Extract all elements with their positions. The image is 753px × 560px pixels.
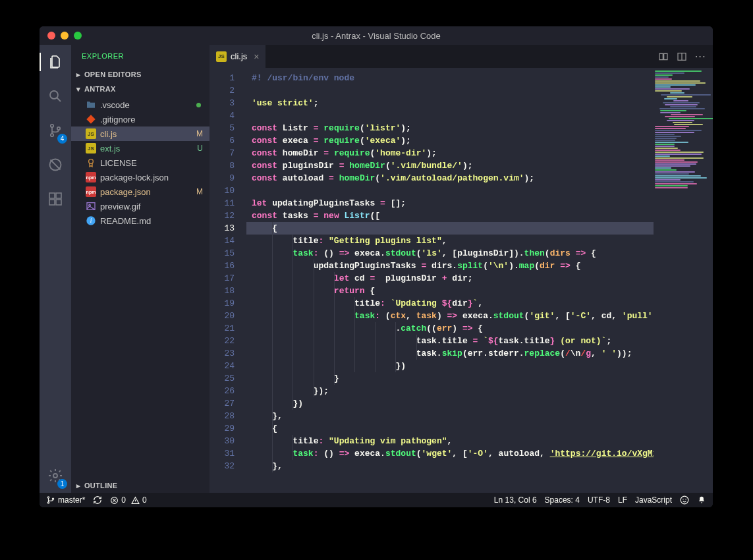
svg-rect-8 — [56, 193, 61, 198]
bug-icon — [47, 157, 63, 173]
status-eol[interactable]: LF — [618, 495, 627, 505]
svg-point-19 — [47, 502, 49, 503]
scm-tab[interactable]: 4 — [40, 119, 71, 142]
minimize-window-button[interactable] — [61, 32, 69, 40]
code-content[interactable]: #! /usr/bin/env node 'use strict'; const… — [246, 68, 654, 493]
close-window-button[interactable] — [47, 32, 55, 40]
status-bar: master* 0 0 Ln 13, Col 6 Spaces: 4 UTF-8… — [40, 493, 713, 507]
tab-label: cli.js — [231, 51, 247, 61]
bell-icon — [697, 495, 706, 505]
npm-icon: npm — [86, 186, 96, 197]
chevron-down-icon: ▾ — [75, 85, 82, 94]
settings-badge: 1 — [57, 479, 67, 489]
split-editor-icon[interactable] — [677, 51, 687, 62]
file-row[interactable]: npmpackage-lock.json — [71, 170, 209, 184]
folder-icon — [86, 99, 96, 110]
minimap[interactable] — [654, 68, 713, 493]
vscode-window: cli.js - Antrax - Visual Studio Code 4 — [40, 26, 713, 507]
svg-rect-15 — [659, 53, 663, 59]
open-editors-label: OPEN EDITORS — [84, 70, 142, 78]
svg-point-24 — [685, 499, 686, 500]
project-section[interactable]: ▾ ANTRAX — [71, 82, 209, 96]
file-name: .vscode — [100, 100, 130, 110]
tab-cli-js[interactable]: JS cli.js × — [209, 45, 266, 68]
outline-section[interactable]: ▸ OUTLINE — [71, 478, 209, 493]
file-name: LICENSE — [100, 158, 137, 168]
extensions-tab[interactable] — [40, 187, 71, 211]
file-row[interactable]: .gitignore — [71, 112, 209, 126]
search-tab[interactable] — [40, 84, 71, 108]
npm-icon: npm — [86, 172, 96, 182]
editor-area: JS cli.js × ··· 123456789101112131415161… — [209, 45, 713, 493]
tab-bar: JS cli.js × ··· — [209, 45, 713, 68]
line-gutter: 1234567891011121314151617181920212223242… — [209, 68, 246, 493]
sidebar-title: EXPLORER — [71, 45, 209, 67]
file-row[interactable]: iREADME.md — [71, 213, 209, 228]
git-status: M — [196, 187, 203, 196]
branch-icon — [46, 495, 55, 505]
svg-rect-7 — [56, 200, 61, 205]
status-spaces[interactable]: Spaces: 4 — [545, 495, 580, 505]
window-title: cli.js - Antrax - Visual Studio Code — [40, 31, 713, 41]
file-row[interactable]: JScli.jsM — [71, 126, 209, 141]
project-label: ANTRAX — [84, 85, 116, 93]
more-actions-icon[interactable]: ··· — [695, 51, 706, 61]
svg-point-23 — [683, 499, 684, 500]
activity-bar: 4 1 — [40, 45, 71, 493]
titlebar: cli.js - Antrax - Visual Studio Code — [40, 26, 713, 45]
maximize-window-button[interactable] — [74, 32, 82, 40]
sidebar: EXPLORER ▸ OPEN EDITORS ▾ ANTRAX .vscode… — [71, 45, 209, 493]
js-icon: JS — [86, 143, 96, 154]
file-name: ext.js — [100, 144, 120, 154]
js-icon: JS — [216, 51, 227, 62]
outline-label: OUTLINE — [84, 482, 117, 490]
sync-icon — [93, 495, 102, 505]
debug-tab[interactable] — [40, 153, 71, 177]
cert-icon — [86, 157, 96, 168]
file-row[interactable]: npmpackage.jsonM — [71, 184, 209, 199]
file-name: cli.js — [100, 129, 117, 139]
file-row[interactable]: LICENSE — [71, 155, 209, 170]
status-branch[interactable]: master* — [46, 495, 85, 505]
editor-actions: ··· — [652, 45, 713, 68]
svg-rect-16 — [664, 53, 667, 59]
image-icon — [86, 201, 96, 211]
status-language[interactable]: JavaScript — [635, 495, 672, 505]
git-dot — [196, 103, 201, 107]
window-controls — [47, 32, 82, 40]
git-status: U — [197, 144, 203, 153]
file-row[interactable]: JSext.jsU — [71, 141, 209, 155]
file-row[interactable]: .vscode — [71, 98, 209, 112]
body: 4 1 EXPLORER ▸ OPEN EDITORS ▾ ANTRAX — [40, 45, 713, 493]
status-bell[interactable] — [697, 495, 706, 505]
git-status: M — [196, 129, 203, 138]
error-icon — [110, 496, 119, 505]
svg-point-2 — [51, 134, 53, 136]
svg-point-1 — [51, 125, 53, 127]
file-row[interactable]: preview.gif — [71, 199, 209, 213]
svg-point-3 — [57, 127, 60, 130]
compare-icon[interactable] — [658, 51, 669, 62]
svg-text:i: i — [90, 217, 92, 224]
file-tree: .vscode.gitignoreJScli.jsMJSext.jsULICEN… — [71, 96, 209, 229]
editor-body: 1234567891011121314151617181920212223242… — [209, 68, 713, 493]
explorer-tab[interactable] — [40, 50, 71, 74]
file-name: package-lock.json — [100, 173, 169, 182]
info-icon: i — [86, 215, 96, 226]
file-name: preview.gif — [100, 202, 140, 211]
git-icon — [86, 114, 96, 125]
status-sync[interactable] — [93, 495, 102, 505]
status-problems[interactable]: 0 0 — [110, 495, 146, 505]
settings-gear[interactable]: 1 — [40, 464, 71, 488]
files-icon — [47, 54, 63, 70]
open-editors-section[interactable]: ▸ OPEN EDITORS — [71, 67, 209, 82]
scm-badge: 4 — [57, 134, 67, 144]
svg-rect-5 — [49, 193, 55, 198]
status-encoding[interactable]: UTF-8 — [588, 495, 610, 505]
chevron-right-icon: ▸ — [75, 482, 82, 490]
status-feedback[interactable] — [680, 495, 689, 505]
js-icon: JS — [86, 128, 96, 139]
svg-point-0 — [50, 91, 58, 99]
close-tab-button[interactable]: × — [254, 51, 259, 62]
status-position[interactable]: Ln 13, Col 6 — [494, 495, 537, 505]
